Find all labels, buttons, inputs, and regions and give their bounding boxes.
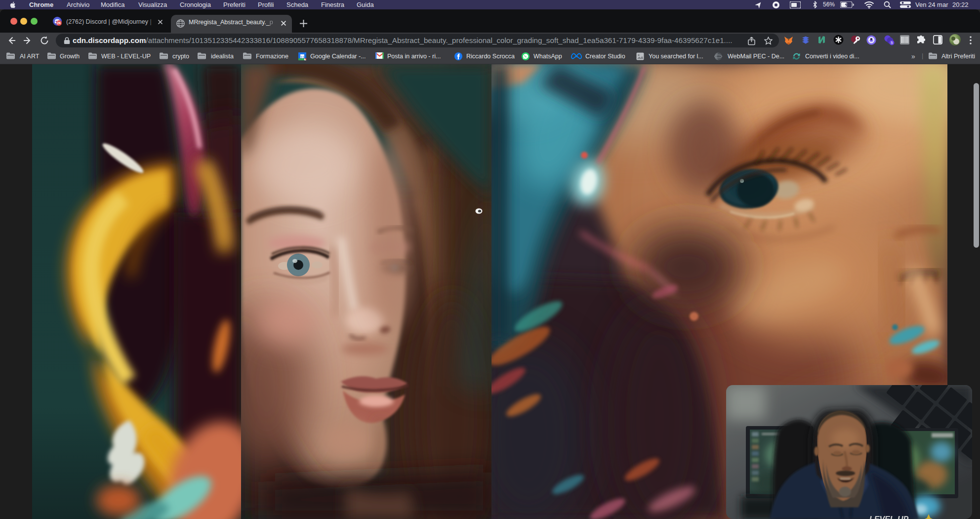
svg-text:5: 5 [891, 41, 893, 44]
svg-text:31: 31 [300, 55, 305, 59]
svg-text:2K: 2K [57, 21, 61, 25]
